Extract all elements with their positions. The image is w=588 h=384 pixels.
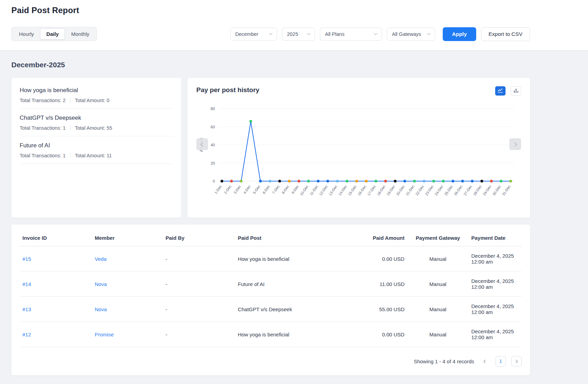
svg-text:5-Dec: 5-Dec [252,184,261,195]
transactions-table-card: Invoice ID Member Paid By Paid Post Paid… [11,225,530,375]
chart-card: Pay per post history 020406080Amou [187,78,530,218]
page-title: Paid Post Report [11,6,530,15]
paid-by-cell: - [163,246,235,272]
tab-hourly[interactable]: Hourly [13,28,40,40]
post-summary-item: ChatGPT v/s DeepseekTotal Transactions: … [20,115,173,136]
gateway-cell: Manual [407,322,469,347]
chevron-down-icon [269,32,272,35]
tab-daily[interactable]: Daily [40,28,65,40]
svg-text:4-Dec: 4-Dec [242,184,251,195]
pagination-prev-button[interactable] [480,356,490,366]
paid-amount-cell: 11.00 USD [342,272,408,297]
invoice-link[interactable]: #15 [22,256,31,262]
svg-text:10-Dec: 10-Dec [299,184,309,196]
post-total-amount: Total Amount: 55 [75,125,112,131]
pagination: Showing 1 - 4 of 4 records 1 [20,356,522,366]
post-title: How yoga is beneficial [20,87,173,94]
svg-text:21-Dec: 21-Dec [405,184,415,196]
post-meta: Total Transactions: 1Total Amount: 11 [20,153,173,158]
pagination-summary: Showing 1 - 4 of 4 records [414,358,474,364]
chevron-down-icon [427,32,430,35]
svg-text:28-Dec: 28-Dec [472,184,482,196]
post-title: Future of AI [20,142,173,149]
post-summary-card: How yoga is beneficialTotal Transactions… [11,78,181,218]
chevron-right-icon [512,142,517,147]
chevron-down-icon [374,32,377,35]
line-chart-icon [498,88,503,94]
invoice-link[interactable]: #14 [22,281,31,287]
svg-text:1-Dec: 1-Dec [214,184,223,195]
invoice-link[interactable]: #13 [22,306,31,312]
col-paid-post: Paid Post [235,227,341,246]
svg-text:19-Dec: 19-Dec [386,184,396,196]
bar-chart-toggle[interactable] [511,86,521,96]
interval-tabs: Hourly Daily Monthly [11,27,97,41]
svg-text:26-Dec: 26-Dec [453,184,463,196]
col-payment-date: Payment Date [469,227,522,246]
svg-text:17-Dec: 17-Dec [366,184,376,196]
svg-text:6-Dec: 6-Dec [262,184,271,195]
svg-text:8-Dec: 8-Dec [281,184,290,195]
member-link[interactable]: Nova [95,306,107,312]
plan-select-value: All Plans [325,31,344,37]
invoice-link[interactable]: #12 [22,332,31,337]
paid-by-cell: - [163,322,235,347]
svg-text:7-Dec: 7-Dec [271,184,280,195]
payment-date-cell: December 4, 2025 12:00 am [469,272,522,297]
svg-text:30-Dec: 30-Dec [491,184,501,196]
gateway-select[interactable]: All Gateways [387,28,435,41]
svg-text:18-Dec: 18-Dec [376,184,386,196]
year-select[interactable]: 2025 [282,28,315,41]
meta-divider [70,98,70,103]
svg-text:2-Dec: 2-Dec [223,184,232,195]
month-select-value: December [235,31,258,37]
col-payment-gateway: Payment Gateway [407,227,469,246]
paid-amount-cell: 0.00 USD [342,246,408,272]
paid-post-cell: Future of AI [235,272,341,297]
chart-next-button[interactable] [509,138,521,150]
table-row: #14Nova-Future of AI11.00 USDManualDecem… [20,272,522,297]
chevron-left-icon [484,360,487,363]
chevron-left-icon [200,142,205,147]
pay-per-post-chart: 020406080Amount1-Dec2-Dec3-Dec4-Dec5-Dec… [198,104,521,208]
post-summary-item: Future of AITotal Transactions: 1Total A… [20,142,173,164]
export-csv-button[interactable]: Export to CSV [481,27,530,41]
svg-text:60: 60 [210,125,215,129]
main-content: December-2025 How yoga is beneficialTota… [11,50,530,384]
tab-monthly[interactable]: Monthly [65,28,96,40]
month-select[interactable]: December [230,28,277,41]
member-link[interactable]: Nova [95,281,107,287]
chevron-right-icon [514,360,518,363]
pagination-page-button[interactable]: 1 [496,356,506,366]
paid-post-cell: How yoga is beneficial [235,246,341,272]
apply-button[interactable]: Apply [443,27,476,41]
plan-select[interactable]: All Plans [320,28,382,41]
svg-text:24-Dec: 24-Dec [434,184,444,196]
gateway-cell: Manual [407,297,469,322]
meta-divider [70,153,70,158]
chart-prev-button[interactable] [196,138,208,150]
table-row: #12Promise-How yoga is beneficial0.00 US… [20,322,522,347]
svg-text:15-Dec: 15-Dec [347,184,357,196]
svg-text:25-Dec: 25-Dec [443,184,453,196]
post-summary-item: How yoga is beneficialTotal Transactions… [20,87,173,109]
gateway-select-value: All Gateways [392,31,421,37]
col-invoice-id: Invoice ID [20,227,92,246]
line-chart-toggle[interactable] [495,86,506,96]
paid-amount-cell: 55.00 USD [342,297,408,322]
page-header: Paid Post Report Hourly Daily Monthly De… [0,0,588,50]
chart-title: Pay per post history [196,86,259,94]
svg-text:20: 20 [210,161,215,165]
payment-date-cell: December 4, 2025 12:00 am [469,297,522,322]
post-total-transactions: Total Transactions: 1 [20,125,66,131]
chart-canvas: 020406080Amount1-Dec2-Dec3-Dec4-Dec5-Dec… [198,104,521,209]
toolbar: Hourly Daily Monthly December 2025 All P… [11,27,530,41]
svg-text:27-Dec: 27-Dec [463,184,473,196]
member-link[interactable]: Promise [95,332,114,337]
svg-text:0: 0 [213,179,215,183]
table-row: #13Nova-ChatGPT v/s Deepseek55.00 USDMan… [20,297,522,322]
svg-text:3-Dec: 3-Dec [233,184,242,195]
post-summary-list: How yoga is beneficialTotal Transactions… [20,87,173,164]
member-link[interactable]: Veda [95,256,107,262]
pagination-next-button[interactable] [511,356,522,366]
